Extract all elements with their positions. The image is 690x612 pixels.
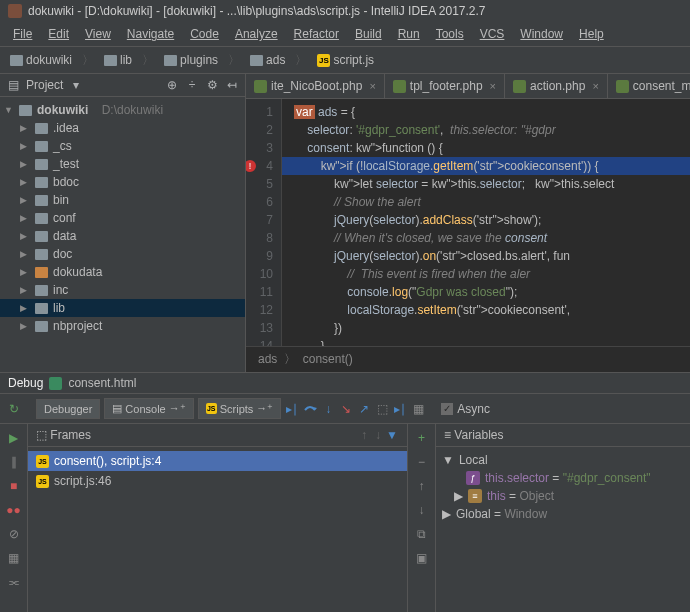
menu-navigate[interactable]: Navigate <box>120 24 181 44</box>
step-out-icon[interactable]: ↗ <box>357 402 371 416</box>
php-file-icon <box>254 80 267 93</box>
tab-scripts[interactable]: JS Scripts →⁺ <box>198 398 282 419</box>
var-scope[interactable]: ▶Global = Window <box>436 505 690 523</box>
nav-crumb[interactable]: lib <box>100 51 136 69</box>
collapse-icon[interactable]: ÷ <box>185 78 199 92</box>
tab[interactable]: action.php× <box>505 74 608 98</box>
menu-analyze[interactable]: Analyze <box>228 24 285 44</box>
tree-item[interactable]: ▶bdoc <box>0 173 245 191</box>
menu-edit[interactable]: Edit <box>41 24 76 44</box>
menu-refactor[interactable]: Refactor <box>287 24 346 44</box>
tree-item[interactable]: ▶_test <box>0 155 245 173</box>
filter-icon[interactable]: ▼ <box>385 428 399 442</box>
stop-icon[interactable]: ■ <box>6 478 22 494</box>
frame-row[interactable]: JSscript.js:46 <box>28 471 407 491</box>
settings-icon[interactable]: ▦ <box>6 550 22 566</box>
folder-icon <box>35 231 48 242</box>
tree-root[interactable]: ▼ dokuwiki D:\dokuwiki <box>0 101 245 119</box>
tree-item[interactable]: ▶inc <box>0 281 245 299</box>
step-into-icon[interactable]: ↓ <box>321 402 335 416</box>
tab[interactable]: consent_mo <box>608 74 690 98</box>
menu-tools[interactable]: Tools <box>429 24 471 44</box>
menu-run[interactable]: Run <box>391 24 427 44</box>
js-file-icon: JS <box>36 455 49 468</box>
var-row[interactable]: ▶≡this = Object <box>436 487 690 505</box>
menu-help[interactable]: Help <box>572 24 611 44</box>
code-area[interactable]: var ads = { selector: '#gdpr_consent', t… <box>282 99 690 346</box>
menu-view[interactable]: View <box>78 24 118 44</box>
tree-item[interactable]: ▶.idea <box>0 119 245 137</box>
window-title: dokuwiki - [D:\dokuwiki] - [dokuwiki] - … <box>28 4 486 18</box>
remove-watch-icon[interactable]: − <box>414 454 430 470</box>
menu-file[interactable]: File <box>6 24 39 44</box>
close-icon[interactable]: × <box>592 80 598 92</box>
folder-icon <box>35 141 48 152</box>
menu-build[interactable]: Build <box>348 24 389 44</box>
folder-icon <box>35 321 48 332</box>
evaluate-icon[interactable]: ▦ <box>411 402 425 416</box>
tree-item[interactable]: ▶dokudata <box>0 263 245 281</box>
step-over-icon[interactable] <box>303 402 317 416</box>
close-icon[interactable]: × <box>490 80 496 92</box>
php-file-icon <box>513 80 526 93</box>
folder-icon <box>35 213 48 224</box>
folder-icon <box>19 105 32 116</box>
dropdown-icon[interactable]: ▾ <box>69 78 83 92</box>
folder-icon <box>10 55 23 66</box>
editor-breadcrumb[interactable]: ads 〉 consent() <box>246 346 690 372</box>
up-icon[interactable]: ↑ <box>357 428 371 442</box>
async-checkbox[interactable]: ✓ <box>441 403 453 415</box>
nav-crumb[interactable]: plugins <box>160 51 222 69</box>
var-row[interactable]: ƒthis.selector = "#gdpr_consent" <box>436 469 690 487</box>
tab-console[interactable]: ▤ Console →⁺ <box>104 398 193 419</box>
folder-icon <box>35 303 48 314</box>
tree-item[interactable]: ▶nbproject <box>0 317 245 335</box>
tree-item[interactable]: ▶_cs <box>0 137 245 155</box>
down-icon[interactable]: ↓ <box>414 502 430 518</box>
breakpoints-icon[interactable]: ●● <box>6 502 22 518</box>
rerun-icon[interactable]: ↻ <box>6 401 22 417</box>
menu-code[interactable]: Code <box>183 24 226 44</box>
pause-icon[interactable]: ∥ <box>6 454 22 470</box>
tree-item[interactable]: ▶bin <box>0 191 245 209</box>
navigation-bar: dokuwiki〉 lib〉 plugins〉 ads〉 JSscript.js <box>0 47 690 74</box>
tab[interactable]: tpl_footer.php× <box>385 74 505 98</box>
drop-frame-icon[interactable]: ⬚ <box>375 402 389 416</box>
autoscroll-icon[interactable]: ⊕ <box>165 78 179 92</box>
browser-icon[interactable]: ▣ <box>414 550 430 566</box>
new-watch-icon[interactable]: + <box>414 430 430 446</box>
tab[interactable]: ite_NicoBoot.php× <box>246 74 385 98</box>
project-tree[interactable]: ▼ dokuwiki D:\dokuwiki ▶.idea▶_cs▶_test▶… <box>0 97 245 372</box>
menu-vcs[interactable]: VCS <box>473 24 512 44</box>
force-step-into-icon[interactable]: ↘ <box>339 402 353 416</box>
resume-icon[interactable]: ▶ <box>6 430 22 446</box>
tree-item[interactable]: ▶conf <box>0 209 245 227</box>
run-to-cursor-icon[interactable]: ▸∣ <box>393 402 407 416</box>
tree-item[interactable]: ▶doc <box>0 245 245 263</box>
project-view-icon[interactable]: ▤ <box>6 78 20 92</box>
hide-icon[interactable]: ↤ <box>225 78 239 92</box>
gear-icon[interactable]: ⚙ <box>205 78 219 92</box>
tree-item[interactable]: ▶lib <box>0 299 245 317</box>
down-icon[interactable]: ↓ <box>371 428 385 442</box>
menu-window[interactable]: Window <box>513 24 570 44</box>
frame-row[interactable]: JSconsent(), script.js:4 <box>28 451 407 471</box>
tree-item[interactable]: ▶data <box>0 227 245 245</box>
tab-debugger[interactable]: Debugger <box>36 399 100 419</box>
app-icon <box>8 4 22 18</box>
close-icon[interactable]: × <box>369 80 375 92</box>
nav-crumb[interactable]: ads <box>246 51 289 69</box>
gutter[interactable]: 1234!567891011121314 <box>246 99 282 346</box>
nav-crumb[interactable]: dokuwiki <box>6 51 76 69</box>
debug-file[interactable]: consent.html <box>68 376 136 390</box>
up-icon[interactable]: ↑ <box>414 478 430 494</box>
pin-icon[interactable]: ⫘ <box>6 574 22 590</box>
show-execution-icon[interactable]: ▸∣ <box>285 402 299 416</box>
copy-icon[interactable]: ⧉ <box>414 526 430 542</box>
nav-crumb[interactable]: JSscript.js <box>313 51 378 69</box>
mute-breakpoints-icon[interactable]: ⊘ <box>6 526 22 542</box>
editor-tabs: ite_NicoBoot.php× tpl_footer.php× action… <box>246 74 690 99</box>
folder-icon <box>35 195 48 206</box>
php-file-icon <box>616 80 629 93</box>
var-scope[interactable]: ▼Local <box>436 451 690 469</box>
